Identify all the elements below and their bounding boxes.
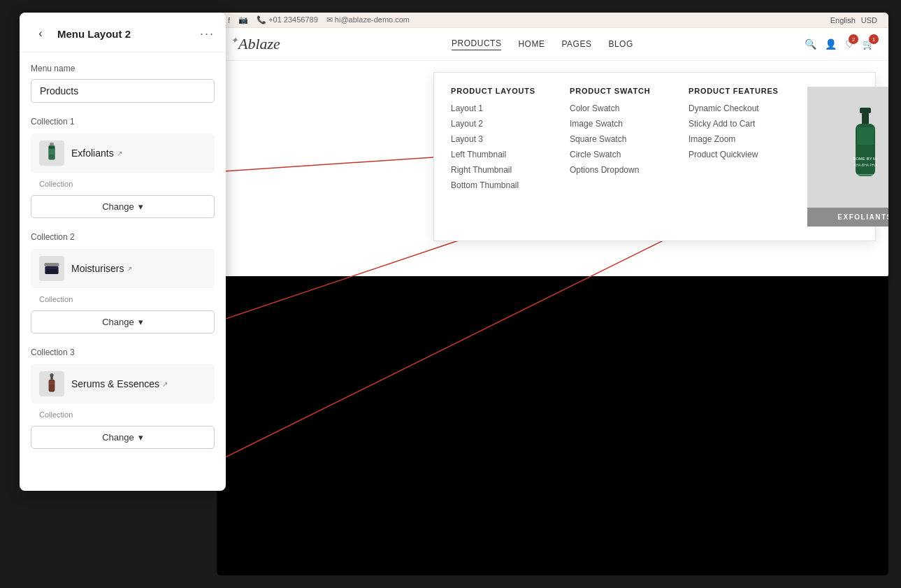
top-bar: f 📷 📞 +01 23456789 ✉ hi@ablaze-demo.com …	[217, 13, 888, 28]
phone-label: 📞 +01 23456789	[257, 15, 318, 24]
circle-swatch-item[interactable]: Circle Swatch	[570, 150, 661, 159]
svg-rect-14	[857, 127, 874, 145]
cart-icon[interactable]: 🛒 1	[863, 38, 874, 50]
square-swatch-item[interactable]: Square Swatch	[570, 134, 661, 144]
panel-title: Menu Layout 2	[57, 28, 131, 40]
collection-3-item: Serums & Essences ↗	[31, 364, 215, 403]
ext-icon-2: ↗	[127, 265, 132, 273]
top-bar-left: f 📷 📞 +01 23456789 ✉ hi@ablaze-demo.com	[228, 15, 410, 24]
options-dropdown-item[interactable]: Options Dropdown	[570, 165, 661, 175]
image-zoom-item[interactable]: Image Zoom	[689, 134, 779, 144]
collection-2-item: Moisturisers ↗	[31, 249, 215, 288]
email-label: ✉ hi@ablaze-demo.com	[326, 15, 410, 24]
svg-rect-2	[49, 147, 55, 149]
nav-link-pages[interactable]: PAGES	[561, 39, 591, 49]
lower-background	[217, 276, 888, 575]
social-instagram-icon: 📷	[238, 15, 248, 24]
svg-rect-11	[860, 108, 871, 113]
product-swatch-column: PRODUCT SWATCH Color Swatch Image Swatch…	[570, 87, 661, 227]
nav-links: PRODUCTS HOME PAGES BLOG	[452, 38, 633, 50]
search-icon[interactable]: 🔍	[805, 38, 816, 50]
collection-1-name: Exfoliants ↗	[71, 148, 122, 159]
sticky-add-to-cart-item[interactable]: Sticky Add to Cart	[689, 119, 779, 129]
collection-1-type: Collection	[31, 177, 215, 191]
currency-selector[interactable]: USD	[861, 16, 877, 24]
collection-3-section: Collection 3 Serums & Essences ↗	[31, 347, 215, 449]
collection-1-thumb	[39, 141, 64, 166]
collection-3-title: Collection 3	[31, 347, 215, 357]
collection-2-section: Collection 2 Moisturisers ↗	[31, 232, 215, 334]
panel-header: ‹ Menu Layout 2 ···	[20, 13, 226, 52]
nav-actions: 🔍 👤 ♡ 2 🛒 1	[805, 38, 874, 50]
exfoliants-img: SOME BY MI AHA·BHA·PHA	[807, 87, 888, 227]
menu-name-label: Menu name	[31, 64, 215, 73]
cart-badge: 1	[869, 34, 879, 44]
color-swatch-item[interactable]: Color Swatch	[570, 103, 661, 113]
collection-1-section: Collection 1 Exfoliants ↗	[31, 117, 215, 218]
exfoliants-card[interactable]: SOME BY MI AHA·BHA·PHA EXFOLIANTS	[807, 87, 888, 227]
user-icon[interactable]: 👤	[825, 38, 837, 50]
chevron-down-icon-1: ▾	[138, 201, 143, 212]
collection-3-thumb	[39, 371, 64, 396]
svg-rect-10	[49, 381, 54, 385]
left-thumbnail-item[interactable]: Left Thumbnail	[451, 150, 542, 159]
bottom-thumbnail-item[interactable]: Bottom Thumbnail	[451, 180, 542, 190]
mega-menu: PRODUCT LAYOUTS Layout 1 Layout 2 Layout…	[433, 72, 876, 241]
nav-link-products[interactable]: PRODUCTS	[452, 38, 501, 50]
collection-2-title: Collection 2	[31, 232, 215, 242]
collection-1-item: Exfoliants ↗	[31, 134, 215, 173]
layout-1-item[interactable]: Layout 1	[451, 103, 542, 113]
collection-2-change-button[interactable]: Change ▾	[31, 310, 215, 334]
svg-rect-8	[50, 376, 53, 379]
wishlist-icon[interactable]: ♡ 2	[845, 38, 854, 50]
svg-rect-12	[862, 113, 869, 124]
collection-2-name: Moisturisers ↗	[71, 263, 132, 274]
panel-body: Menu name Collection 1 Exfoliants	[20, 52, 226, 474]
collection-2-thumb	[39, 256, 64, 281]
more-button[interactable]: ···	[200, 27, 215, 41]
collection-2-type: Collection	[31, 292, 215, 306]
chevron-down-icon-2: ▾	[138, 317, 143, 327]
collection-1-title: Collection 1	[31, 117, 215, 127]
nav-link-home[interactable]: HOME	[518, 39, 545, 49]
ext-icon-3: ↗	[162, 380, 168, 388]
dynamic-checkout-item[interactable]: Dynamic Checkout	[689, 103, 779, 113]
brand-logo: ✦Ablaze	[231, 35, 280, 53]
product-layouts-title: PRODUCT LAYOUTS	[451, 87, 542, 95]
navbar: ✦Ablaze PRODUCTS HOME PAGES BLOG 🔍 👤 ♡ 2…	[217, 28, 888, 61]
menu-name-input[interactable]	[31, 79, 215, 103]
product-layouts-column: PRODUCT LAYOUTS Layout 1 Layout 2 Layout…	[451, 87, 542, 227]
product-quickview-item[interactable]: Product Quickview	[689, 150, 779, 159]
ext-icon-1: ↗	[117, 150, 122, 157]
menu-product-cards: SOME BY MI AHA·BHA·PHA EXFOLIANTS	[807, 87, 888, 227]
browser-area: f 📷 📞 +01 23456789 ✉ hi@ablaze-demo.com …	[217, 13, 888, 278]
svg-rect-0	[50, 143, 54, 145]
right-thumbnail-item[interactable]: Right Thumbnail	[451, 165, 542, 175]
svg-rect-4	[45, 263, 59, 266]
chevron-down-icon-3: ▾	[138, 432, 143, 443]
back-button[interactable]: ‹	[31, 24, 50, 43]
layout-3-item[interactable]: Layout 3	[451, 134, 542, 144]
product-features-column: PRODUCT FEATURES Dynamic Checkout Sticky…	[689, 87, 779, 227]
social-facebook-icon: f	[228, 16, 230, 24]
collection-3-change-button[interactable]: Change ▾	[31, 426, 215, 449]
product-features-title: PRODUCT FEATURES	[689, 87, 779, 95]
exfoliants-label: EXFOLIANTS	[807, 208, 888, 227]
nav-link-blog[interactable]: BLOG	[608, 39, 633, 49]
wishlist-badge: 2	[849, 34, 858, 44]
language-selector[interactable]: English	[830, 16, 856, 24]
product-swatch-title: PRODUCT SWATCH	[570, 87, 661, 95]
collection-1-change-button[interactable]: Change ▾	[31, 195, 215, 218]
svg-text:AHA·BHA·PHA: AHA·BHA·PHA	[853, 163, 877, 167]
svg-rect-6	[46, 267, 57, 268]
svg-text:SOME BY MI: SOME BY MI	[853, 157, 878, 161]
top-bar-right: English USD	[830, 16, 877, 24]
panel-header-left: ‹ Menu Layout 2	[31, 24, 131, 43]
left-panel: ‹ Menu Layout 2 ··· Menu name Collection…	[20, 13, 226, 491]
collection-3-type: Collection	[31, 408, 215, 422]
collection-3-name: Serums & Essences ↗	[71, 378, 168, 389]
image-swatch-item[interactable]: Image Swatch	[570, 119, 661, 129]
layout-2-item[interactable]: Layout 2	[451, 119, 542, 129]
svg-rect-3	[49, 149, 55, 155]
svg-rect-17	[857, 174, 874, 175]
